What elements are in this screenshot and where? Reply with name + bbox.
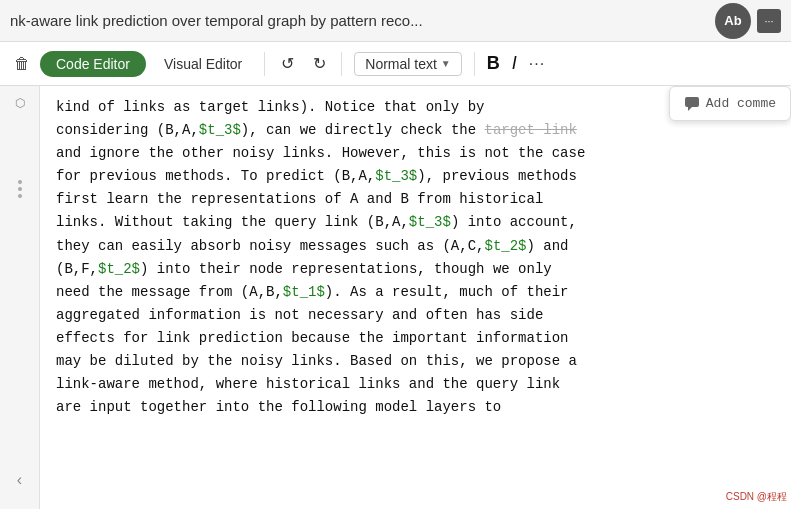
text-line-3: and ignore the other noisy links. Howeve…: [56, 142, 775, 165]
text-line-5: first learn the representations of A and…: [56, 188, 775, 211]
text-line-14: are input together into the following mo…: [56, 396, 775, 419]
text-line-10: aggregated information is not necessary …: [56, 304, 775, 327]
gutter-dot-2: [18, 187, 22, 191]
redo-button[interactable]: ↻: [305, 50, 333, 78]
text-line-13: link-aware method, where historical link…: [56, 373, 775, 396]
green-span-6: $t_1$: [283, 284, 325, 300]
add-comment-label: Add comme: [706, 93, 776, 114]
brand-icon: Ab: [715, 3, 751, 39]
text-line-6: links. Without taking the query link (B,…: [56, 211, 775, 234]
text-line-12: may be diluted by the noisy links. Based…: [56, 350, 775, 373]
trash-icon[interactable]: 🗑: [8, 50, 36, 78]
format-label: Normal text: [365, 56, 437, 72]
text-line-4: for previous methods. To predict (B,A,$t…: [56, 165, 775, 188]
csdn-watermark: CSDN @程程: [726, 489, 787, 506]
content-area: ⬡ ‹ kind of links as target links). Noti…: [0, 86, 791, 509]
page-title: nk-aware link prediction over temporal g…: [10, 12, 705, 29]
green-span-3: $t_3$: [409, 214, 451, 230]
gutter-arrow-icon[interactable]: ‹: [17, 471, 22, 489]
separator-2: [341, 52, 342, 76]
text-line-2: considering (B,A,$t_3$), can we directly…: [56, 119, 775, 142]
tab-visual-editor[interactable]: Visual Editor: [150, 51, 256, 77]
svg-rect-0: [685, 97, 699, 107]
green-span-1: $t_3$: [199, 122, 241, 138]
left-gutter: ⬡ ‹: [0, 86, 40, 509]
chevron-down-icon: ▼: [441, 58, 451, 69]
tab-code-editor[interactable]: Code Editor: [40, 51, 146, 77]
gutter-dot-3: [18, 194, 22, 198]
undo-button[interactable]: ↺: [273, 50, 301, 78]
gutter-icon-top: ⬡: [11, 94, 29, 112]
comment-bubble-icon: [684, 96, 700, 112]
svg-marker-1: [688, 107, 692, 111]
text-line-11: effects for link prediction because the …: [56, 327, 775, 350]
green-span-5: $t_2$: [98, 261, 140, 277]
green-span-2: $t_3$: [375, 168, 417, 184]
text-line-9: need the message from (A,B,$t_1$). As a …: [56, 281, 775, 304]
format-dropdown[interactable]: Normal text ▼: [354, 52, 461, 76]
add-comment-popup[interactable]: Add comme: [669, 86, 791, 121]
gutter-dot-1: [18, 180, 22, 184]
more-button[interactable]: ···: [525, 55, 549, 73]
italic-button[interactable]: I: [508, 53, 521, 74]
toolbar: 🗑 Code Editor Visual Editor ↺ ↻ Normal t…: [0, 42, 791, 86]
bold-button[interactable]: B: [483, 53, 504, 74]
separator-3: [474, 52, 475, 76]
editor-content[interactable]: kind of links as target links). Notice t…: [40, 86, 791, 509]
text-line-8: (B,F,$t_2$) into their node representati…: [56, 258, 775, 281]
green-span-4: $t_2$: [484, 238, 526, 254]
extra-icon: ···: [757, 9, 781, 33]
strikethrough-1: target link: [484, 122, 576, 138]
gutter-dots: [18, 180, 22, 198]
separator-1: [264, 52, 265, 76]
text-line-7: they can easily absorb noisy messages su…: [56, 235, 775, 258]
text-line-1: kind of links as target links). Notice t…: [56, 96, 775, 119]
title-bar: nk-aware link prediction over temporal g…: [0, 0, 791, 42]
